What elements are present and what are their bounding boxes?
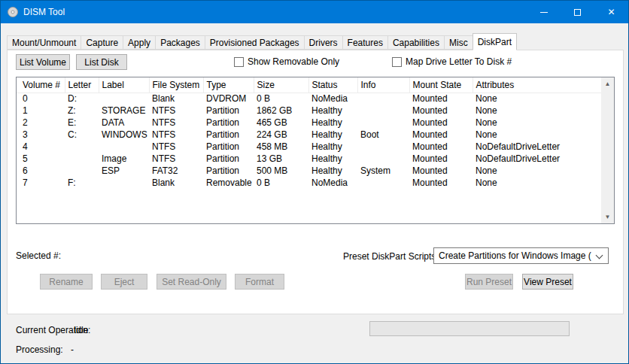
close-button[interactable]: ✕ — [594, 1, 628, 23]
tab-apply[interactable]: Apply — [123, 35, 156, 50]
table-row[interactable]: 0D:BlankDVDROM0 BNoMediaMountedNone — [17, 93, 603, 105]
table-cell: D: — [65, 93, 99, 105]
column-header[interactable]: Type — [203, 77, 254, 93]
table-cell: 3 — [17, 129, 65, 141]
run-preset-button[interactable]: Run Preset — [465, 274, 513, 290]
window-title: DISM Tool — [23, 7, 65, 17]
diskpart-tab-page: List Volume List Disk Show Removable Onl… — [7, 50, 624, 314]
table-cell: Healthy — [308, 165, 357, 177]
table-cell: 7 — [17, 177, 65, 189]
tab-packages[interactable]: Packages — [155, 35, 205, 50]
table-cell: NTFS — [149, 117, 203, 129]
show-removable-only-checkbox[interactable]: Show Removable Only — [234, 56, 339, 67]
table-cell: 458 MB — [254, 141, 308, 153]
table-cell: Blank — [149, 93, 203, 105]
maximize-icon — [574, 9, 581, 16]
view-preset-button[interactable]: View Preset — [522, 274, 573, 290]
table-row[interactable]: 2E:DATANTFSPartition465 GBHealthyMounted… — [17, 117, 603, 129]
tab-capture[interactable]: Capture — [81, 35, 123, 50]
table-cell: DATA — [99, 117, 149, 129]
preset-scripts-dropdown[interactable]: Create Partitions for Windows Image (GPT… — [433, 247, 609, 264]
table-cell: NTFS — [149, 153, 203, 165]
volumes-list: Volume #LetterLabelFile SystemTypeSizeSt… — [17, 77, 603, 189]
table-cell: WINDOWS — [99, 129, 149, 141]
minimize-button[interactable] — [527, 1, 561, 23]
scroll-up-button[interactable]: ▲ — [601, 77, 614, 90]
table-cell: 6 — [17, 165, 65, 177]
list-volume-button[interactable]: List Volume — [16, 54, 70, 70]
column-header[interactable]: Info — [357, 77, 409, 93]
table-cell: 0 — [17, 93, 65, 105]
table-cell: 2 — [17, 117, 65, 129]
table-cell: C: — [65, 129, 99, 141]
table-cell: None — [473, 117, 603, 129]
table-cell: NoMedia — [308, 93, 357, 105]
app-icon — [7, 6, 19, 18]
table-cell: Partition — [203, 141, 254, 153]
table-row[interactable]: 7F:BlankRemovable0 BNoMediaMountedNone — [17, 177, 603, 189]
table-row[interactable]: 4NTFSPartition458 MBHealthyMountedNoDefa… — [17, 141, 603, 153]
scroll-down-button[interactable]: ▼ — [601, 211, 614, 223]
tab-features[interactable]: Features — [342, 35, 388, 50]
column-header[interactable]: File System — [149, 77, 203, 93]
table-cell: None — [473, 105, 603, 117]
checkbox-unchecked-icon — [392, 57, 402, 67]
table-cell: Mounted — [409, 177, 473, 189]
show-removable-only-label: Show Removable Only — [248, 56, 339, 67]
minimize-icon — [540, 12, 548, 13]
column-header[interactable]: Label — [99, 77, 149, 93]
table-cell: NoDefaultDriveLetter — [473, 141, 603, 153]
set-read-only-button[interactable]: Set Read-Only — [156, 274, 226, 290]
tab-mount-unmount[interactable]: Mount/Unmount — [7, 35, 81, 50]
tab-misc[interactable]: Misc — [444, 35, 473, 50]
vertical-scrollbar[interactable]: ▲ ▼ — [601, 77, 614, 223]
maximize-button[interactable] — [561, 1, 594, 23]
table-cell: None — [473, 129, 603, 141]
app-window: DISM Tool ✕ Mount/UnmountCaptureApplyPac… — [0, 0, 629, 364]
column-header[interactable]: Letter — [65, 77, 99, 93]
table-cell: Partition — [203, 165, 254, 177]
table-cell: Mounted — [409, 129, 473, 141]
table-cell: 1 — [17, 105, 65, 117]
volumes-table: Volume #LetterLabelFile SystemTypeSizeSt… — [16, 77, 615, 224]
table-cell: Mounted — [409, 93, 473, 105]
tab-diskpart[interactable]: DiskPart — [473, 33, 517, 50]
table-cell: E: — [65, 117, 99, 129]
scrollbar-track[interactable] — [601, 90, 614, 211]
table-cell: 0 B — [254, 93, 308, 105]
table-cell: NoDefaultDriveLetter — [473, 153, 603, 165]
column-header[interactable]: Status — [308, 77, 357, 93]
table-cell — [357, 177, 409, 189]
checkbox-unchecked-icon — [234, 57, 244, 67]
tab-capabilities[interactable]: Capabilities — [387, 35, 445, 50]
format-button[interactable]: Format — [235, 274, 284, 290]
table-cell: 224 GB — [254, 129, 308, 141]
column-header[interactable]: Attributes — [473, 77, 603, 93]
tab-drivers[interactable]: Drivers — [304, 35, 343, 50]
table-cell: DVDROM — [203, 93, 254, 105]
volumes-table-header: Volume #LetterLabelFile SystemTypeSizeSt… — [17, 77, 603, 93]
table-cell: STORAGE — [99, 105, 149, 117]
table-cell — [99, 141, 149, 153]
column-header[interactable]: Mount State — [409, 77, 473, 93]
column-header[interactable]: Size — [254, 77, 308, 93]
progress-bar — [369, 321, 570, 336]
table-cell: Image — [99, 153, 149, 165]
table-cell — [357, 141, 409, 153]
tab-provisioned-packages[interactable]: Provisioned Packages — [205, 35, 305, 50]
eject-button[interactable]: Eject — [101, 274, 147, 290]
column-header[interactable]: Volume # — [17, 77, 65, 93]
table-row[interactable]: 3C:WINDOWSNTFSPartition224 GBHealthyBoot… — [17, 129, 603, 141]
list-disk-button[interactable]: List Disk — [76, 54, 127, 70]
table-cell: Removable — [203, 177, 254, 189]
map-drive-letter-checkbox[interactable]: Map Drive Letter To Disk # — [392, 56, 512, 67]
table-row[interactable]: 6ESPFAT32Partition500 MBHealthySystemMou… — [17, 165, 603, 177]
table-cell — [99, 93, 149, 105]
table-cell: Healthy — [308, 141, 357, 153]
table-row[interactable]: 5ImageNTFSPartition13 GBHealthyMountedNo… — [17, 153, 603, 165]
preset-scripts-label: Preset DiskPart Scripts — [343, 251, 436, 262]
rename-button[interactable]: Rename — [40, 274, 93, 290]
table-cell: 5 — [17, 153, 65, 165]
table-row[interactable]: 1Z:STORAGENTFSPartition1862 GBHealthyMou… — [17, 105, 603, 117]
map-drive-letter-label: Map Drive Letter To Disk # — [406, 56, 512, 67]
